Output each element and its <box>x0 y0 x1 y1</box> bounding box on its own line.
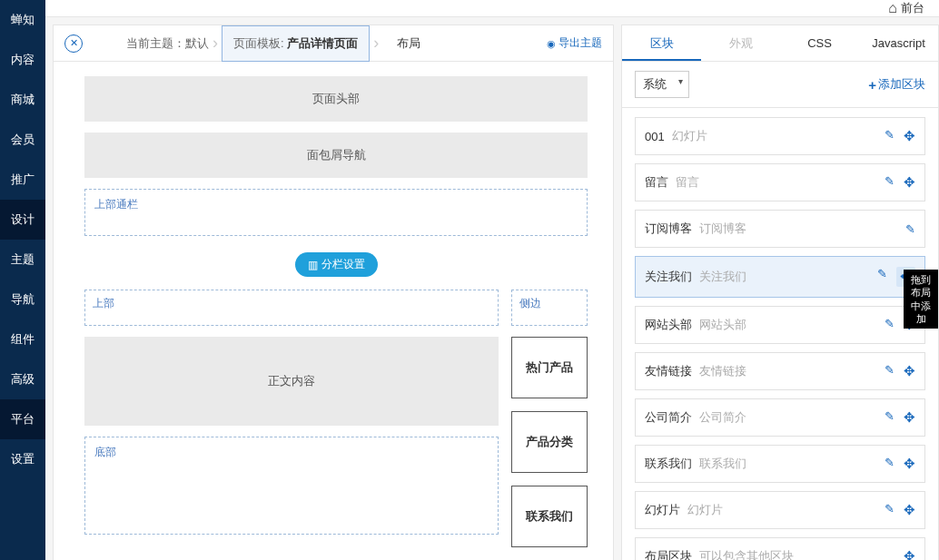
block-item[interactable]: 联系我们联系我们 <box>635 445 925 483</box>
block-item[interactable]: 幻灯片幻灯片 <box>635 491 925 529</box>
block-item[interactable]: 布局区块可以包含其他区块 <box>635 537 925 560</box>
edit-icon[interactable] <box>905 222 915 236</box>
sidebar: 蝉知 内容 商城 会员 推广 设计 主题 导航 组件 高级 平台 设置 <box>0 0 45 560</box>
chevron-right-icon: › <box>213 34 218 53</box>
block-item-subtitle: 留言 <box>676 174 699 191</box>
block-page-header[interactable]: 页面头部 <box>84 76 588 122</box>
breadcrumb-template[interactable]: 页面模板: 产品详情页面 <box>222 25 370 62</box>
block-item-actions <box>885 128 915 144</box>
columns-icon <box>308 259 318 271</box>
sidebar-item-chanzhi[interactable]: 蝉知 <box>0 0 45 40</box>
block-item-actions <box>905 222 915 236</box>
block-item-title: 关注我们 <box>645 269 692 285</box>
block-item-title: 公司简介 <box>645 409 692 426</box>
block-item-title: 网站头部 <box>645 317 692 333</box>
block-item-subtitle: 联系我们 <box>699 456 746 472</box>
tab-blocks[interactable]: 区块 <box>622 25 701 61</box>
edit-icon[interactable] <box>885 363 895 379</box>
block-main-content[interactable]: 正文内容 <box>84 337 499 426</box>
sidebar-item-design[interactable]: 设计 <box>0 200 45 240</box>
plus-icon <box>868 77 876 93</box>
edit-icon[interactable] <box>885 174 895 191</box>
breadcrumb-layout[interactable]: 布局 <box>382 26 435 61</box>
add-block-button[interactable]: 添加区块 <box>868 76 925 93</box>
drag-icon[interactable] <box>904 409 915 426</box>
block-item-title: 布局区块 <box>645 548 692 560</box>
block-item[interactable]: 订阅博客订阅博客 <box>635 210 925 248</box>
block-item[interactable]: 关注我们关注我们 <box>635 256 925 298</box>
sidebar-item-platform[interactable]: 平台 <box>0 399 45 439</box>
block-item-title: 幻灯片 <box>645 502 680 518</box>
right-pane: 区块 外观 CSS Javascript 系统 添加区块 拖到布局中添加 001… <box>621 25 939 560</box>
edit-icon[interactable] <box>885 456 895 472</box>
edit-icon[interactable] <box>885 409 895 426</box>
block-item-subtitle: 友情链接 <box>699 363 746 379</box>
tab-appearance[interactable]: 外观 <box>701 25 780 61</box>
front-label: 前台 <box>901 0 924 16</box>
block-item-actions <box>885 409 915 426</box>
chevron-right-icon: › <box>373 34 379 53</box>
drag-icon[interactable] <box>904 456 915 472</box>
block-item-subtitle: 公司简介 <box>699 409 746 426</box>
edit-icon[interactable] <box>885 502 895 518</box>
drag-tooltip: 拖到布局中添加 <box>904 270 938 329</box>
drag-icon[interactable] <box>904 363 915 379</box>
block-item-actions <box>885 363 915 379</box>
sidebar-item-settings[interactable]: 设置 <box>0 439 45 479</box>
export-theme-link[interactable]: 导出主题 <box>547 35 602 51</box>
block-item-actions <box>885 456 915 472</box>
sidebar-item-promotion[interactable]: 推广 <box>0 160 45 200</box>
sidebar-item-component[interactable]: 组件 <box>0 319 45 359</box>
drag-icon[interactable] <box>904 548 915 560</box>
front-link[interactable]: 前台 <box>888 0 924 16</box>
edit-icon[interactable] <box>885 317 895 333</box>
sidebar-item-member[interactable]: 会员 <box>0 120 45 160</box>
drag-icon[interactable] <box>904 502 915 518</box>
sidebar-item-theme[interactable]: 主题 <box>0 240 45 280</box>
home-icon <box>888 0 897 16</box>
block-item-subtitle: 订阅博客 <box>699 221 746 237</box>
side-block-contact-us[interactable]: 联系我们 <box>511 486 588 547</box>
sidebar-item-nav[interactable]: 导航 <box>0 280 45 319</box>
block-item[interactable]: 001幻灯片 <box>635 117 925 155</box>
layout-canvas: 页面头部 面包屑导航 上部通栏 分栏设置 上部 正文内容 底部 <box>54 62 613 560</box>
drop-zone-side[interactable]: 侧边 <box>511 290 588 326</box>
close-button[interactable]: ✕ <box>64 34 83 53</box>
block-item[interactable]: 网站头部网站头部 <box>635 306 925 344</box>
block-item[interactable]: 公司简介公司简介 <box>635 398 925 437</box>
drop-zone-top-banner[interactable]: 上部通栏 <box>84 189 588 236</box>
block-item-subtitle: 网站头部 <box>699 317 746 333</box>
block-breadcrumb-nav[interactable]: 面包屑导航 <box>84 133 588 178</box>
tab-javascript[interactable]: Javascript <box>859 25 938 61</box>
drag-icon[interactable] <box>904 174 915 191</box>
left-pane: ✕ 当前主题： 默认 › 页面模板: 产品详情页面 › 布局 导出主题 <box>53 25 614 560</box>
block-item-title: 001 <box>645 130 665 143</box>
block-item-subtitle: 关注我们 <box>699 269 746 285</box>
block-item-actions <box>885 174 915 191</box>
edit-icon[interactable] <box>877 267 887 287</box>
current-theme-label: 当前主题： <box>126 35 185 52</box>
block-item[interactable]: 友情链接友情链接 <box>635 352 925 390</box>
side-block-product-category[interactable]: 产品分类 <box>511 411 588 473</box>
column-settings-button[interactable]: 分栏设置 <box>295 252 378 277</box>
sidebar-item-advanced[interactable]: 高级 <box>0 359 45 399</box>
drop-zone-top[interactable]: 上部 <box>84 290 499 326</box>
block-type-select[interactable]: 系统 <box>635 71 689 98</box>
block-item[interactable]: 留言留言 <box>635 163 925 201</box>
block-item-subtitle: 可以包含其他区块 <box>699 548 794 560</box>
sidebar-item-mall[interactable]: 商城 <box>0 80 45 120</box>
breadcrumb-bar: ✕ 当前主题： 默认 › 页面模板: 产品详情页面 › 布局 导出主题 <box>54 25 613 62</box>
tab-css[interactable]: CSS <box>780 25 859 61</box>
block-list: 拖到布局中添加 001幻灯片留言留言订阅博客订阅博客关注我们关注我们网站头部网站… <box>622 108 938 560</box>
side-block-hot-products[interactable]: 热门产品 <box>511 337 588 398</box>
drop-zone-bottom[interactable]: 底部 <box>84 437 499 535</box>
block-item-subtitle: 幻灯片 <box>672 128 707 144</box>
sidebar-item-content[interactable]: 内容 <box>0 40 45 80</box>
block-item-actions <box>904 548 915 560</box>
block-item-title: 订阅博客 <box>645 221 692 237</box>
edit-icon[interactable] <box>885 128 895 144</box>
drag-icon[interactable] <box>904 128 915 144</box>
tabs: 区块 外观 CSS Javascript <box>622 25 938 62</box>
block-item-subtitle: 幻灯片 <box>687 502 723 518</box>
topbar: 前台 <box>45 0 939 17</box>
